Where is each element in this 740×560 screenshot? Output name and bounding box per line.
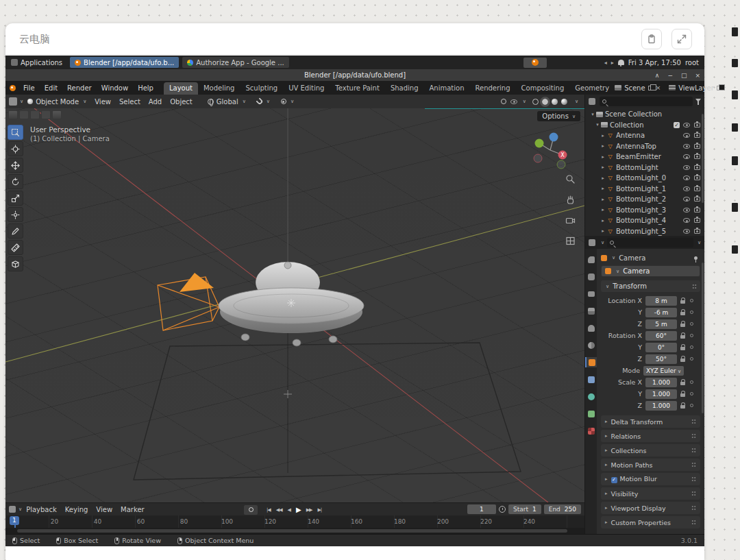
transport-button[interactable]: ▶▶ <box>304 507 314 513</box>
outliner-editor-icon[interactable] <box>589 98 595 105</box>
disable-in-renders-toggle[interactable] <box>694 175 700 180</box>
clipboard-button[interactable] <box>641 29 662 49</box>
tab-constraints[interactable] <box>585 374 597 385</box>
taskbar-task-google[interactable]: Authorize App - Google ... <box>182 57 289 68</box>
editor-type-icon[interactable] <box>9 97 17 106</box>
transform-orientation-dropdown[interactable]: Global ∨ <box>208 98 246 106</box>
hide-in-viewport-toggle[interactable] <box>683 186 690 191</box>
lock-icon[interactable] <box>680 321 686 328</box>
tab-tool[interactable] <box>585 254 597 265</box>
outliner-item[interactable]: ▸ ▽ BottomLight_0 <box>585 173 704 184</box>
workspace-tab[interactable]: Compositing <box>516 82 570 95</box>
tab-object-data[interactable] <box>585 409 597 419</box>
value-field[interactable]: 5 m <box>645 319 677 329</box>
3d-viewport[interactable]: Options ∨ <box>5 108 584 502</box>
workspace-tab[interactable]: Rendering <box>469 82 515 95</box>
outliner-item[interactable]: ▸ ▽ BeamEmitter <box>585 151 704 162</box>
disable-in-renders-toggle[interactable] <box>694 133 700 138</box>
gizmo-z-axis[interactable] <box>550 133 558 142</box>
gizmo-y-neg[interactable] <box>557 160 565 169</box>
outliner-scrollbar[interactable] <box>702 114 704 203</box>
playhead[interactable]: 1 <box>10 516 19 525</box>
timeline-scrollbar[interactable] <box>5 528 584 534</box>
tool-transform[interactable] <box>8 207 23 222</box>
properties-scrollbar[interactable] <box>702 263 704 413</box>
start-frame-field[interactable]: Start 1 <box>508 504 541 514</box>
corner-icon-1[interactable] <box>8 110 18 119</box>
minimize-window-icon[interactable]: − <box>667 72 673 79</box>
transport-button[interactable]: ◀ <box>286 507 293 513</box>
lock-icon[interactable] <box>680 332 686 339</box>
animate-property-dot[interactable] <box>690 380 693 384</box>
transport-button[interactable]: ▶ <box>294 506 303 513</box>
workspace-tab[interactable]: Texture Paint <box>330 82 385 95</box>
tab-output[interactable] <box>585 289 597 299</box>
mode-dropdown[interactable]: Object Mode ∨ <box>23 98 90 106</box>
lock-icon[interactable] <box>680 309 686 316</box>
lock-icon[interactable] <box>680 344 686 351</box>
animate-property-dot[interactable] <box>690 345 693 349</box>
viewlayer-selector[interactable]: ViewLayer <box>669 84 722 92</box>
hide-in-viewport-toggle[interactable] <box>683 144 690 149</box>
close-window-icon[interactable]: × <box>695 72 700 79</box>
outliner-scene-collection[interactable]: ▾ Scene Collection <box>585 109 704 120</box>
animate-property-dot[interactable] <box>690 322 693 326</box>
shade-window-icon[interactable]: ∧ <box>655 72 660 79</box>
hide-in-viewport-toggle[interactable] <box>683 123 690 127</box>
disable-in-renders-toggle[interactable] <box>694 165 700 170</box>
value-field[interactable]: -6 m <box>645 308 677 317</box>
corner-icon-2[interactable] <box>19 110 29 119</box>
viewport-menu-item[interactable]: Select <box>115 98 145 106</box>
pan-button[interactable] <box>563 192 578 207</box>
proportional-edit-toggle[interactable]: ∨ <box>281 99 294 104</box>
hide-in-viewport-toggle[interactable] <box>683 229 690 234</box>
hide-in-viewport-toggle[interactable] <box>683 133 690 138</box>
animate-property-dot[interactable] <box>690 311 693 314</box>
timeline-menu-item[interactable]: Playback <box>22 506 61 513</box>
hide-in-viewport-toggle[interactable] <box>683 175 690 180</box>
disable-in-renders-toggle[interactable] <box>694 123 700 127</box>
disable-in-renders-toggle[interactable] <box>694 186 700 191</box>
panel-drag-grip[interactable] <box>691 448 696 453</box>
value-field[interactable]: 1.000 <box>645 401 677 411</box>
value-field[interactable]: 50° <box>645 354 677 364</box>
value-field[interactable]: 60° <box>645 331 677 341</box>
outliner-item[interactable]: ▸ ▽ BottomLight_4 <box>585 215 704 226</box>
outliner-item[interactable]: ▸ ▽ AntennaTop <box>585 141 704 152</box>
collapsed-panel[interactable]: ▸ Visibility <box>601 487 700 500</box>
properties-editor-icon[interactable] <box>589 239 595 246</box>
workspace-tab[interactable]: Layout <box>164 82 198 95</box>
navigation-gizmo[interactable]: X <box>528 127 572 171</box>
tool-rotate[interactable] <box>8 174 23 189</box>
blender-titlebar[interactable]: Blender [/app/data/ufo.blend] ∧ − □ × <box>5 69 704 81</box>
collection-checkbox[interactable]: ✓ <box>674 122 680 128</box>
properties-search-input[interactable] <box>607 238 693 247</box>
viewport-scene[interactable] <box>5 108 584 502</box>
breadcrumb-object[interactable]: Camera <box>619 254 645 262</box>
outliner-item[interactable]: ▸ ▽ BottomLight_5 <box>585 226 704 236</box>
panel-drag-grip[interactable] <box>691 419 696 424</box>
transport-button[interactable]: ▶| <box>315 507 323 513</box>
tool-measure[interactable] <box>8 240 23 255</box>
workspace-tab[interactable]: Modeling <box>198 82 241 95</box>
transport-button[interactable]: |◀ <box>264 507 273 513</box>
viewport-menu-item[interactable]: View <box>90 98 115 106</box>
panel-drag-grip[interactable] <box>691 476 696 482</box>
hide-in-viewport-toggle[interactable] <box>683 165 690 170</box>
outliner-item[interactable]: ▸ ▽ Antenna <box>585 130 704 141</box>
toggle-ortho-button[interactable] <box>563 233 578 248</box>
taskbar-task-blender[interactable]: Blender [/app/data/ufo.b... <box>70 57 179 68</box>
tool-move[interactable] <box>8 158 23 173</box>
disable-in-renders-toggle[interactable] <box>694 208 700 212</box>
zoom-button[interactable] <box>563 171 578 186</box>
collapsed-panel[interactable]: ▸ Delta Transform <box>601 415 700 428</box>
hide-in-viewport-toggle[interactable] <box>683 197 690 202</box>
disable-in-renders-toggle[interactable] <box>694 218 700 223</box>
tab-texture[interactable] <box>585 426 597 436</box>
filter-funnel-icon[interactable] <box>695 99 701 105</box>
system-tray[interactable] <box>523 58 547 68</box>
fullscreen-button[interactable] <box>671 29 692 49</box>
animate-property-dot[interactable] <box>690 357 693 361</box>
current-frame-field[interactable]: 1 <box>467 504 496 514</box>
outliner-collection[interactable]: ▾ Collection ✓ <box>585 120 704 131</box>
